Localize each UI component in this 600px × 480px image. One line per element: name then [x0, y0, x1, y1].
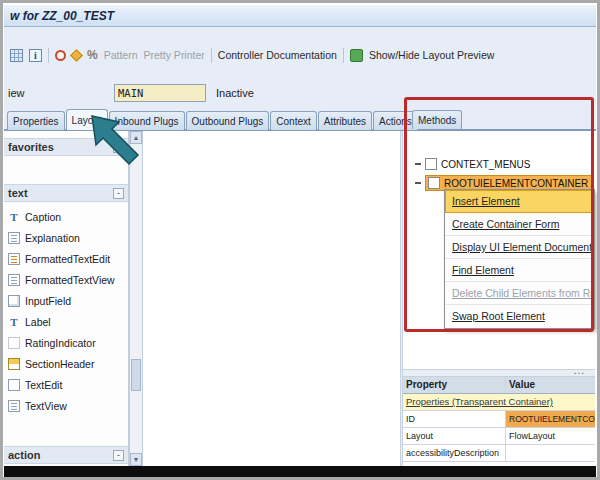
palette-item-label: Caption [25, 211, 61, 223]
menu-item-find-element[interactable]: Find Element [445, 259, 594, 282]
palette-item-list: T Caption Explanation FormattedTextEdit … [4, 206, 128, 416]
context-menu: Insert Element Create Container Form Dis… [444, 189, 595, 329]
star-icon[interactable] [70, 49, 83, 62]
tab-attributes[interactable]: Attributes [318, 111, 372, 130]
palette-item-caption[interactable]: T Caption [4, 206, 128, 227]
tree-node-label[interactable]: CONTEXT_MENUS [441, 159, 530, 170]
tree-checkbox[interactable] [428, 177, 440, 189]
tab-context[interactable]: Context [270, 111, 316, 130]
palette-scrollbar[interactable]: ▲ ▼ [129, 131, 143, 466]
section-header-icon [8, 358, 20, 370]
palette-item-sectionheader[interactable]: SectionHeader [4, 353, 128, 374]
text-view-icon [8, 400, 20, 412]
menu-item-delete-child-elements: Delete Child Elements from Root [445, 282, 594, 305]
pattern-button[interactable]: Pattern [104, 49, 138, 61]
app-window: w for ZZ_00_TEST i % Pattern Pretty Prin… [0, 0, 600, 480]
input-field-icon [8, 295, 20, 307]
pretty-printer-button[interactable]: Pretty Printer [144, 49, 205, 61]
property-row-layout: Layout FlowLayout [403, 428, 595, 445]
palette-item-ratingindicator[interactable]: RatingIndicator [4, 332, 128, 353]
property-value[interactable]: ROOTUIELEMENTCONTAINER [506, 411, 595, 427]
view-label: iew [8, 87, 25, 99]
palette-item-label: FormattedTextView [25, 274, 115, 286]
value-column-header: Value [506, 377, 595, 393]
controller-documentation-button[interactable]: Controller Documentation [218, 49, 337, 61]
toolbar-separator [48, 48, 49, 63]
palette-item-formattedtextview[interactable]: FormattedTextView [4, 269, 128, 290]
caption-icon: T [8, 211, 20, 223]
explanation-icon [8, 232, 20, 244]
horizontal-splitter[interactable]: ... [403, 369, 595, 377]
toolbar-separator [343, 48, 344, 63]
palette-item-explanation[interactable]: Explanation [4, 227, 128, 248]
palette-item-label: Explanation [25, 232, 80, 244]
collapse-icon[interactable]: - [113, 142, 124, 153]
menu-item-swap-root-element[interactable]: Swap Root Element [445, 305, 594, 328]
palette-section-text[interactable]: text - [4, 184, 128, 202]
property-table: Property Value Properties (Transparent C… [403, 377, 595, 466]
info-icon[interactable]: i [29, 49, 42, 62]
property-table-header: Property Value [403, 377, 595, 394]
tab-outbound-plugs[interactable]: Outbound Plugs [186, 111, 270, 130]
palette-section-favorites[interactable]: favorites - [4, 138, 128, 156]
property-name: ID [403, 411, 506, 427]
palette-item-label: Label [25, 316, 51, 328]
palette-item-label: RatingIndicator [25, 337, 96, 349]
palette-section-action[interactable]: action - [4, 446, 128, 464]
text-edit-icon [8, 379, 20, 391]
palette-item-textedit[interactable]: TextEdit [4, 374, 128, 395]
tab-strip: Properties Layout Inbound Plugs Outbound… [7, 109, 418, 130]
toolbar: i % Pattern Pretty Printer Controller Do… [10, 46, 494, 64]
collapse-icon[interactable]: - [113, 188, 124, 199]
bottom-bar [4, 466, 596, 477]
property-column-header: Property [403, 377, 506, 393]
formatted-text-edit-icon [8, 253, 20, 265]
scroll-up-icon[interactable]: ▲ [130, 131, 142, 144]
property-row-id: ID ROOTUIELEMENTCONTAINER [403, 411, 595, 428]
layout-design-canvas[interactable] [143, 131, 400, 466]
percent-icon[interactable]: % [87, 49, 98, 62]
palette-section-label: favorites [8, 141, 54, 153]
scroll-down-icon[interactable]: ▼ [130, 453, 142, 466]
palette-section-label: action [8, 449, 40, 461]
property-row-accessibility: accessibilityDescription [403, 445, 595, 462]
rating-indicator-icon [8, 337, 20, 349]
collapse-icon[interactable]: - [113, 450, 124, 461]
scrollbar-thumb[interactable] [131, 359, 141, 391]
formatted-text-view-icon [8, 274, 20, 286]
layout-grid-icon[interactable] [10, 49, 23, 62]
tree-node-context-menus[interactable]: CONTEXT_MENUS [415, 158, 530, 170]
tab-layout[interactable]: Layout [66, 109, 108, 130]
splitter-dots-icon: ... [574, 365, 585, 376]
palette-item-textview[interactable]: TextView [4, 395, 128, 416]
palette-item-formattedtextedit[interactable]: FormattedTextEdit [4, 248, 128, 269]
palette-item-label: SectionHeader [25, 358, 94, 370]
palette-item-label: FormattedTextEdit [25, 253, 110, 265]
palette-item-inputfield[interactable]: InputField [4, 290, 128, 311]
tab-methods[interactable]: Methods [412, 110, 462, 129]
view-name-input[interactable] [114, 84, 206, 102]
property-value[interactable]: FlowLayout [506, 428, 595, 444]
palette-item-label[interactable]: T Label [4, 311, 128, 332]
palette-item-label: TextView [25, 400, 67, 412]
tree-checkbox[interactable] [425, 158, 437, 170]
clock-icon[interactable] [55, 50, 66, 61]
show-hide-layout-preview-button[interactable]: Show/Hide Layout Preview [369, 49, 494, 61]
view-status: Inactive [216, 87, 254, 99]
tab-inbound-plugs[interactable]: Inbound Plugs [109, 111, 185, 130]
menu-item-create-container-form[interactable]: Create Container Form [445, 213, 594, 236]
property-value[interactable] [506, 445, 595, 461]
label-icon: T [8, 316, 20, 328]
window-title: w for ZZ_00_TEST [10, 9, 114, 23]
ui-element-palette: favorites - text - T Caption Explanation… [4, 131, 129, 466]
tree-bullet [415, 163, 421, 165]
menu-item-insert-element[interactable]: Insert Element [445, 190, 594, 213]
tree-node-label[interactable]: ROOTUIELEMENTCONTAINER [444, 178, 588, 189]
palette-item-label: InputField [25, 295, 71, 307]
tab-properties[interactable]: Properties [7, 111, 65, 130]
layout-preview-icon[interactable] [350, 49, 363, 62]
palette-item-label: TextEdit [25, 379, 62, 391]
menu-item-display-ui-element-document[interactable]: Display UI Element Document [445, 236, 594, 259]
property-group-link[interactable]: Properties (Transparent Container) [403, 394, 595, 411]
toolbar-separator [211, 48, 212, 63]
